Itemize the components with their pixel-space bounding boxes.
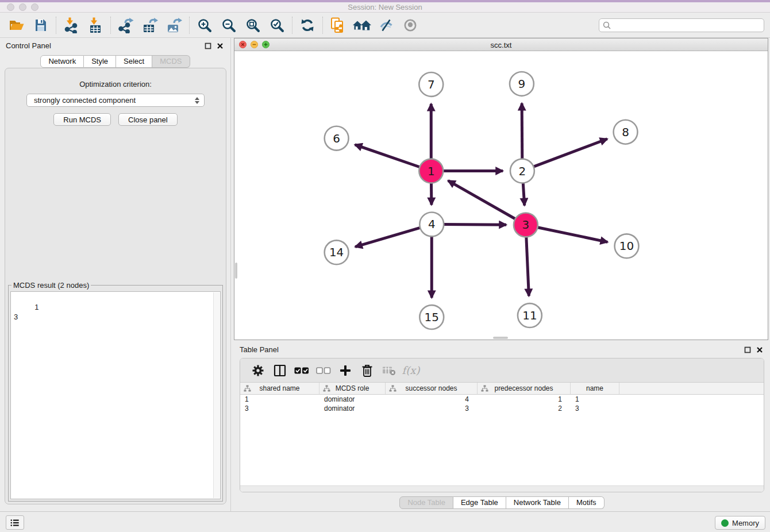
tab-select[interactable]: Select <box>116 55 152 68</box>
graph-node-1[interactable]: 1 <box>419 159 443 183</box>
window-title: Session: New Session <box>0 3 770 11</box>
float-table-panel-icon[interactable] <box>744 346 751 353</box>
table-settings-button[interactable] <box>247 361 269 380</box>
column-header-successor-nodes[interactable]: successor nodes <box>386 383 478 394</box>
graph-node-2[interactable]: 2 <box>510 159 534 183</box>
import-network-button[interactable] <box>59 15 83 36</box>
graph-node-8[interactable]: 8 <box>614 120 638 144</box>
graph-node-10[interactable]: 10 <box>615 234 639 258</box>
network-title: scc.txt <box>234 41 768 49</box>
open-session-button[interactable] <box>5 15 29 36</box>
table-row[interactable]: 3dominator323 <box>240 404 764 413</box>
table-row[interactable]: 1dominator411 <box>240 395 764 404</box>
node-table-container: f(x) shared nameMCDS rolesuccessor nodes… <box>240 358 764 492</box>
export-table-button[interactable] <box>138 15 162 36</box>
add-row-button[interactable] <box>334 361 356 380</box>
run-mcds-button[interactable]: Run MCDS <box>53 113 111 126</box>
zoom-fit-button[interactable] <box>241 15 265 36</box>
network-hscroll-stub[interactable] <box>493 337 508 339</box>
graph-node-9[interactable]: 9 <box>510 72 534 96</box>
float-panel-icon[interactable] <box>205 43 211 49</box>
result-scrollbar[interactable] <box>213 292 220 498</box>
svg-text:9: 9 <box>518 77 526 91</box>
tab-edge-table[interactable]: Edge Table <box>453 496 506 509</box>
graph-node-15[interactable]: 15 <box>419 305 444 329</box>
network-vscroll-stub[interactable] <box>235 263 237 279</box>
column-header-shared-name[interactable]: shared name <box>240 383 319 394</box>
graph-edge-3-11[interactable] <box>526 237 529 296</box>
zoom-out-button[interactable] <box>217 15 241 36</box>
mcds-result-box: MCDS result (2 nodes) 1 3 <box>8 281 223 502</box>
hide-selected-button[interactable] <box>374 15 398 36</box>
optimization-criterion-select[interactable]: strongly connected component <box>26 94 205 107</box>
refresh-view-button[interactable] <box>295 15 319 36</box>
new-network-from-selection-button[interactable] <box>326 15 350 36</box>
zoom-selected-button[interactable] <box>265 15 289 36</box>
import-table-icon <box>88 17 103 33</box>
tab-style[interactable]: Style <box>84 55 116 68</box>
graph-edge-4-14[interactable] <box>355 228 420 246</box>
show-all-button[interactable] <box>398 15 422 36</box>
table-body: 1dominator4113dominator323 <box>240 395 764 413</box>
task-history-button[interactable] <box>6 515 24 530</box>
graph-node-4[interactable]: 4 <box>419 212 444 236</box>
graph-edge-3-10[interactable] <box>537 228 607 242</box>
close-panel-icon[interactable] <box>217 43 224 49</box>
svg-text:15: 15 <box>425 310 439 324</box>
tab-mcds[interactable]: MCDS <box>152 55 190 68</box>
close-table-panel-icon[interactable] <box>756 346 763 353</box>
import-network-icon <box>64 17 79 33</box>
delete-row-button[interactable] <box>356 361 378 380</box>
graph-node-14[interactable]: 14 <box>325 240 349 264</box>
show-eye-icon <box>403 18 418 33</box>
zoom-fit-icon <box>245 18 260 33</box>
refresh-icon <box>300 18 315 33</box>
graph-node-7[interactable]: 7 <box>419 72 443 97</box>
table-tabs: Node TableEdge TableNetwork TableMotifs <box>234 496 770 509</box>
search-input[interactable] <box>613 21 760 29</box>
toolbar-separator <box>110 17 111 34</box>
toolbar-separator <box>56 17 56 34</box>
function-builder-button[interactable]: f(x) <box>400 361 422 380</box>
column-header-name[interactable]: name <box>571 383 619 394</box>
export-network-icon <box>118 17 134 33</box>
tab-network[interactable]: Network <box>40 55 84 68</box>
first-neighbors-button[interactable] <box>350 15 374 36</box>
tab-node-table[interactable]: Node Table <box>399 496 453 509</box>
graph-edge-2-3[interactable] <box>523 183 524 206</box>
delete-table-button[interactable] <box>378 361 400 380</box>
titlebar-accent <box>0 0 770 2</box>
export-image-button[interactable] <box>162 15 186 36</box>
mcds-result-text[interactable]: 1 3 <box>10 291 221 499</box>
tab-network-table[interactable]: Network Table <box>506 496 569 509</box>
select-all-button[interactable] <box>291 361 313 380</box>
window-titlebar: Session: New Session <box>0 0 770 13</box>
zoom-in-button[interactable] <box>192 15 217 36</box>
memory-button[interactable]: Memory <box>715 516 765 530</box>
table-hscrollbar[interactable] <box>240 485 764 492</box>
graph-edge-3-1[interactable] <box>448 180 515 219</box>
network-titlebar: scc.txt <box>234 38 768 51</box>
close-panel-button[interactable]: Close panel <box>118 113 178 126</box>
export-network-button[interactable] <box>114 15 138 36</box>
svg-text:3: 3 <box>522 218 530 232</box>
graph-edge-2-8[interactable] <box>534 139 607 167</box>
graph-edge-2-9[interactable] <box>522 103 522 159</box>
save-session-button[interactable] <box>29 15 53 36</box>
graph-edge-1-6[interactable] <box>355 145 420 167</box>
tab-motifs[interactable]: Motifs <box>569 496 605 509</box>
show-columns-button[interactable] <box>269 361 291 380</box>
graph-node-11[interactable]: 11 <box>518 303 542 327</box>
graph-node-6[interactable]: 6 <box>325 126 349 151</box>
open-folder-icon <box>9 18 25 32</box>
import-table-button[interactable] <box>83 15 107 36</box>
graph-edge-4-3[interactable] <box>444 225 506 225</box>
graph-node-3[interactable]: 3 <box>514 213 538 237</box>
column-header-MCDS-role[interactable]: MCDS role <box>319 383 386 394</box>
control-panel: Control Panel NetworkStyleSelectMCDS Opt… <box>0 38 231 511</box>
svg-text:7: 7 <box>428 78 435 91</box>
network-canvas[interactable]: 1234678910111415 <box>234 51 768 340</box>
deselect-all-button[interactable] <box>313 361 334 380</box>
column-header-predecessor-nodes[interactable]: predecessor nodes <box>478 383 571 394</box>
zoom-out-icon <box>221 18 236 33</box>
